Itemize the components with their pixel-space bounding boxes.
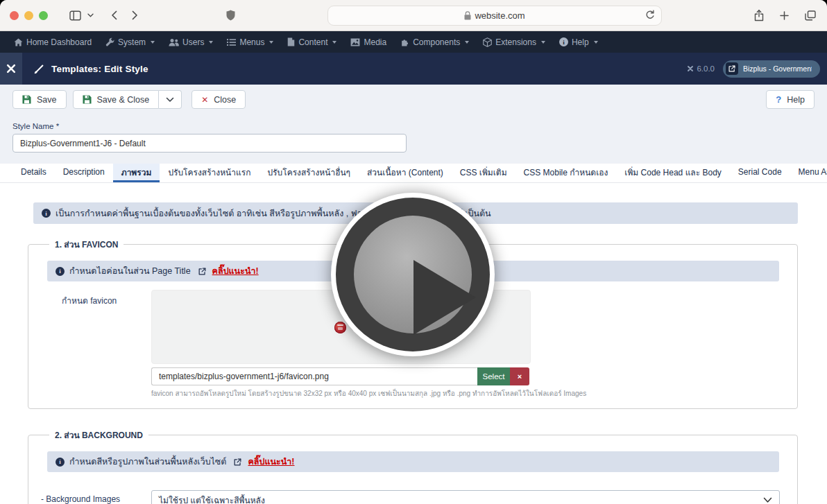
tab-extra-css[interactable]: CSS เพิ่มเติม xyxy=(452,164,515,182)
tab-details[interactable]: Details xyxy=(12,164,55,182)
nav-content[interactable]: Content xyxy=(280,31,343,53)
action-toolbar: Save Save & Close ✕ Close ? Help xyxy=(0,85,827,114)
style-name-input[interactable] xyxy=(12,134,407,153)
home-icon xyxy=(14,38,23,46)
tab-other-pages-structure[interactable]: ปรับโครงสร้างหน้าอื่นๆ xyxy=(259,164,359,182)
tab-overview-icon[interactable] xyxy=(805,10,816,21)
window-controls xyxy=(10,11,48,20)
address-bar[interactable]: website.com xyxy=(327,6,662,26)
video-play-overlay-button[interactable] xyxy=(331,193,495,356)
info-circle-icon: i xyxy=(56,458,65,467)
style-name-label: Style Name * xyxy=(12,122,815,130)
favicon-section-legend: 1. ส่วน FAVICON xyxy=(49,238,123,251)
browser-toolbar: website.com xyxy=(0,0,827,31)
favicon-select-button[interactable]: Select xyxy=(477,367,510,385)
tab-serial-code[interactable]: Serial Code xyxy=(730,164,790,182)
users-icon xyxy=(169,38,179,46)
info-circle-icon: i xyxy=(56,267,65,276)
info-circle-icon: i xyxy=(42,209,51,218)
browser-window: website.com Home Dashboard System xyxy=(0,0,827,504)
admin-menubar: Home Dashboard System Users Menus Conten… xyxy=(0,31,827,53)
tab-code-head-body[interactable]: เพิ่ม Code Head และ Body xyxy=(616,164,730,182)
close-x-icon: ✕ xyxy=(201,95,208,105)
image-icon xyxy=(350,38,360,46)
save-and-close-button[interactable]: Save & Close xyxy=(73,90,160,109)
tab-css-mobile[interactable]: CSS Mobile กำหนดเอง xyxy=(515,164,617,182)
tab-overview[interactable]: ภาพรวม xyxy=(113,164,160,182)
chevron-down-icon xyxy=(151,41,155,44)
sidebar-icon[interactable] xyxy=(69,10,81,21)
tab-menu-assignment[interactable]: Menu Assignment xyxy=(790,164,827,182)
clear-x-icon: × xyxy=(518,372,522,381)
save-options-dropdown-button[interactable] xyxy=(159,90,182,109)
nav-system[interactable]: System xyxy=(99,31,162,53)
paintbrush-icon xyxy=(34,64,44,74)
joomla-mini-logo-icon xyxy=(687,65,694,72)
background-images-select[interactable]: ไม่ใช้รูป แต่ใช้เฉพาะสีพื้นหลัง xyxy=(151,490,780,504)
chevron-down-icon xyxy=(763,497,772,503)
external-link-icon xyxy=(726,62,738,75)
question-mark-icon: ? xyxy=(776,94,781,105)
chevron-down-icon xyxy=(541,41,545,44)
nav-extensions[interactable]: Extensions xyxy=(476,31,552,53)
nav-media[interactable]: Media xyxy=(343,31,393,53)
external-link-icon xyxy=(198,268,206,275)
chevron-down-icon xyxy=(465,41,469,44)
background-section: 2. ส่วน BACKGROUND i กำหนดสีหรือรูปภาพใน… xyxy=(28,428,798,504)
favicon-help-text: favicon สามารถอัพโหลดรูปใหม่ โดยสร้างรูป… xyxy=(151,388,586,399)
tab-homepage-structure[interactable]: ปรับโครงสร้างหน้าแรก xyxy=(160,164,259,182)
menu-list-icon xyxy=(227,38,236,46)
background-alert: i กำหนดสีหรือรูปภาพในส่วนพื้นหลังเว็บไซต… xyxy=(47,451,779,472)
component-header: Templates: Edit Style 6.0.0 Bizplus - Go… xyxy=(0,53,827,85)
nav-help[interactable]: i Help xyxy=(552,31,605,53)
joomla-logo-icon[interactable] xyxy=(0,53,22,85)
chevron-down-icon xyxy=(166,97,174,103)
share-icon[interactable] xyxy=(754,10,764,21)
url-text: website.com xyxy=(475,10,525,21)
info-circle-icon: i xyxy=(559,37,568,46)
favicon-image xyxy=(334,322,346,333)
zoom-window-button[interactable] xyxy=(39,11,48,20)
background-tutorial-link[interactable]: คลิ๊ปแนะนำ! xyxy=(248,455,294,469)
forward-icon[interactable] xyxy=(132,10,138,20)
close-window-button[interactable] xyxy=(10,11,19,20)
file-icon xyxy=(287,37,295,46)
new-tab-icon[interactable] xyxy=(780,11,789,20)
chevron-down-icon xyxy=(209,41,213,44)
background-section-legend: 2. ส่วน BACKGROUND xyxy=(49,428,148,442)
back-icon[interactable] xyxy=(111,10,117,20)
tab-description[interactable]: Description xyxy=(55,164,113,182)
play-triangle-icon xyxy=(414,260,476,335)
play-disc xyxy=(354,216,472,333)
sidebar-chevron-down-icon[interactable] xyxy=(87,13,94,17)
cube-icon xyxy=(483,37,492,47)
background-images-label: - Background Images xyxy=(41,490,151,504)
favicon-tutorial-link[interactable]: คลิ๊ปแนะนำ! xyxy=(212,264,259,278)
save-icon xyxy=(22,95,31,104)
chevron-down-icon xyxy=(269,41,273,44)
close-button[interactable]: ✕ Close xyxy=(191,90,246,109)
tab-content-section[interactable]: ส่วนเนื้อหา (Content) xyxy=(359,164,452,182)
template-preview-button[interactable]: Bizplus - Government J6 เทมเพ... xyxy=(723,60,820,78)
nav-users[interactable]: Users xyxy=(162,31,220,53)
save-icon xyxy=(83,95,92,104)
nav-components[interactable]: Components xyxy=(393,31,476,53)
chevron-down-icon xyxy=(594,41,598,44)
favicon-clear-button[interactable]: × xyxy=(510,367,529,385)
privacy-shield-icon[interactable] xyxy=(226,10,235,21)
tab-bar: Details Description ภาพรวม ปรับโครงสร้าง… xyxy=(0,164,827,183)
lock-icon xyxy=(464,11,471,20)
external-link-icon xyxy=(234,458,241,466)
nav-home-dashboard[interactable]: Home Dashboard xyxy=(7,31,99,53)
minimize-window-button[interactable] xyxy=(24,11,33,20)
page-title: Templates: Edit Style xyxy=(51,64,148,74)
nav-menus[interactable]: Menus xyxy=(220,31,280,53)
chevron-down-icon xyxy=(332,41,336,44)
wrench-icon xyxy=(105,37,114,46)
reload-icon[interactable] xyxy=(645,10,655,22)
joomla-version: 6.0.0 xyxy=(687,64,715,73)
favicon-path-input[interactable] xyxy=(151,367,477,385)
help-button[interactable]: ? Help xyxy=(766,90,815,109)
save-button[interactable]: Save xyxy=(12,90,67,109)
puzzle-icon xyxy=(400,37,409,46)
